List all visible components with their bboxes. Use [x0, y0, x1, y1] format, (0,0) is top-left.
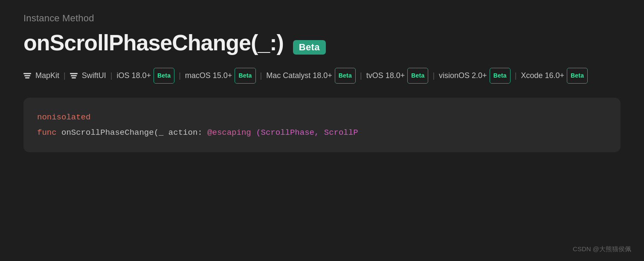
code-annotation: @escaping	[207, 128, 251, 137]
code-line-2: func onScrollPhaseChange(_ action: @esca…	[37, 125, 607, 140]
separator-3: |	[179, 67, 181, 85]
method-name: onScrollPhaseChange(_:)	[23, 30, 284, 55]
code-line-1: nonisolated	[37, 110, 607, 125]
availability-tvos-label: tvOS 18.0+	[366, 67, 405, 85]
beta-badge-maccatalyst: Beta	[335, 68, 356, 84]
code-nonisolated: nonisolated	[37, 113, 90, 122]
availability-row: MapKit | SwiftUI | iOS 18.0+ Beta | macO…	[23, 67, 621, 85]
beta-badge-large: Beta	[293, 40, 326, 55]
code-block: nonisolated func onScrollPhaseChange(_ a…	[23, 98, 621, 152]
code-type: (ScrollPhase, ScrollP	[256, 128, 358, 137]
availability-swiftui: SwiftUI	[70, 67, 106, 85]
beta-badge-visionos: Beta	[490, 68, 511, 84]
beta-badge-ios: Beta	[154, 68, 174, 84]
beta-badge-xcode: Beta	[567, 68, 588, 84]
availability-macos-label: macOS 15.0+	[185, 67, 232, 85]
category-label: Instance Method	[23, 13, 621, 24]
layers-icon-mapkit	[23, 73, 31, 78]
beta-badge-tvos: Beta	[407, 68, 428, 84]
availability-ios: iOS 18.0+ Beta	[116, 67, 174, 85]
code-colon: :	[197, 128, 207, 137]
code-func-name: onScrollPhaseChange(	[57, 128, 159, 137]
availability-visionos: visionOS 2.0+ Beta	[439, 67, 511, 85]
availability-xcode: Xcode 16.0+ Beta	[521, 67, 588, 85]
separator-6: |	[432, 67, 435, 85]
availability-mapkit: MapKit	[23, 67, 59, 85]
code-param-underscore: _ action	[159, 128, 197, 137]
availability-maccatalyst: Mac Catalyst 18.0+ Beta	[266, 67, 356, 85]
separator-7: |	[515, 67, 517, 85]
availability-visionos-label: visionOS 2.0+	[439, 67, 487, 85]
availability-macos: macOS 15.0+ Beta	[185, 67, 256, 85]
watermark: CSDN @大熊猫侯佩	[573, 245, 631, 253]
availability-tvos: tvOS 18.0+ Beta	[366, 67, 429, 85]
layers-icon-swiftui	[70, 73, 78, 78]
separator-1: |	[64, 67, 66, 85]
availability-maccatalyst-label: Mac Catalyst 18.0+	[266, 67, 332, 85]
availability-swiftui-label: SwiftUI	[82, 67, 106, 85]
code-space	[251, 128, 256, 137]
separator-4: |	[260, 67, 262, 85]
separator-2: |	[110, 67, 113, 85]
code-func-keyword: func	[37, 128, 57, 137]
beta-badge-macos: Beta	[235, 68, 255, 84]
availability-ios-label: iOS 18.0+	[116, 67, 151, 85]
availability-mapkit-label: MapKit	[35, 67, 59, 85]
availability-xcode-label: Xcode 16.0+	[521, 67, 564, 85]
separator-5: |	[360, 67, 362, 85]
